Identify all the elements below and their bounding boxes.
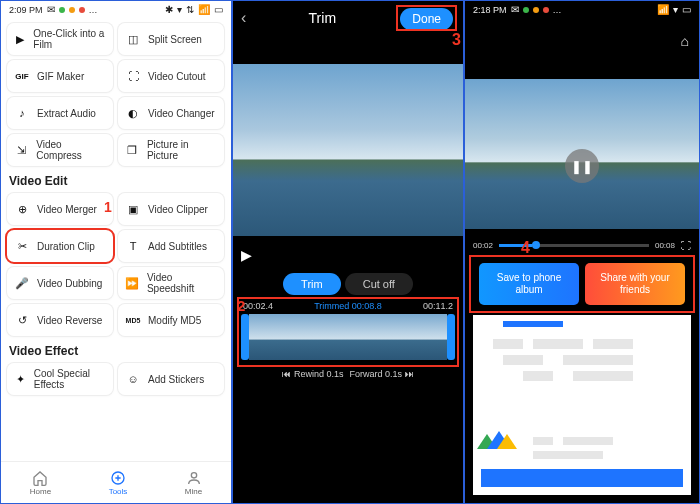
tool-add-stickers[interactable]: ☺ Add Stickers (118, 363, 224, 395)
battery-icon: ▭ (214, 5, 223, 15)
trim-handle-left[interactable] (241, 314, 249, 360)
tool-add-subtitles[interactable]: T Add Subtitles (118, 230, 224, 262)
back-button[interactable]: ‹ (241, 9, 246, 27)
md5-icon: MD5 (124, 311, 142, 329)
tool-label: Video Changer (148, 108, 215, 119)
annotation-4: 4 (521, 239, 530, 257)
subtitles-icon: T (124, 237, 142, 255)
tool-label: Cool Special Effects (34, 368, 107, 390)
rewind-button[interactable]: ⏮ Rewind 0.1s (282, 369, 344, 379)
time-current: 00:02 (473, 241, 493, 250)
tool-label: Split Screen (148, 34, 202, 45)
annotation-2-box: 00:02.4 Trimmed 00:08.8 00:11.2 (239, 299, 457, 365)
tool-label: Picture in Picture (147, 139, 218, 161)
thumb (348, 314, 398, 360)
status-bar: 2:18 PM ✉ … 📶 ▾ ▭ (465, 1, 699, 19)
tool-modify-md5[interactable]: MD5 Modify MD5 (118, 304, 224, 336)
tool-video-compress[interactable]: ⇲ Video Compress (7, 134, 113, 166)
tool-gif-maker[interactable]: GIF GIF Maker (7, 60, 113, 92)
user-icon (186, 470, 202, 486)
scissors-icon: ✂ (13, 237, 31, 255)
nav-tools[interactable]: Tools (109, 470, 128, 496)
thumb (398, 314, 448, 360)
trim-header: ‹ Trim Done 3 (233, 1, 463, 35)
wifi-icon: ▾ (177, 5, 182, 15)
dot-icon (69, 7, 75, 13)
annotation-4-box: 4 Save to phone album Share with your fr… (471, 257, 693, 311)
progress-row: 00:02 00:08 ⛶ (473, 240, 691, 251)
tool-video-speedshift[interactable]: ⏩ Video Speedshift (118, 267, 224, 299)
gif-icon: GIF (13, 67, 31, 85)
tool-extract-audio[interactable]: ♪ Extract Audio (7, 97, 113, 129)
tool-video-cutout[interactable]: ⛶ Video Cutout (118, 60, 224, 92)
tool-one-click-film[interactable]: ▶ One-Click into a Film (7, 23, 113, 55)
seek-handle[interactable] (532, 241, 540, 249)
tools-scroll[interactable]: ▶ One-Click into a Film ◫ Split Screen G… (1, 19, 231, 461)
forward-label: Forward 0.1s (350, 369, 403, 379)
annotation-3-box: Done 3 (398, 7, 455, 29)
video-frame (233, 64, 463, 236)
tool-video-merger[interactable]: ⊕ Video Merger (7, 193, 113, 225)
compress-icon: ⇲ (13, 141, 30, 159)
mode-tabs: Trim Cut off (233, 273, 463, 295)
tool-label: Video Merger (37, 204, 97, 215)
dot-icon (533, 7, 539, 13)
tool-label: Video Clipper (148, 204, 208, 215)
panel-tools: 2:09 PM ✉ … ✱ ▾ ⇅ 📶 ▭ ▶ One-Click into a… (1, 1, 233, 503)
video-preview[interactable]: ▶ (233, 35, 463, 265)
tool-label: Extract Audio (37, 108, 96, 119)
time-start: 00:02.4 (243, 301, 273, 311)
tool-video-dubbing[interactable]: 🎤 Video Dubbing (7, 267, 113, 299)
pause-button[interactable]: ❚❚ (565, 149, 599, 183)
merger-icon: ⊕ (13, 200, 31, 218)
notif-icon: ✉ (511, 5, 519, 15)
film-icon: ▶ (13, 30, 27, 48)
timeline: 2 00:02.4 Trimmed 00:08.8 00:11.2 ⏮ Rewi… (233, 299, 463, 379)
tool-video-reverse[interactable]: ↺ Video Reverse (7, 304, 113, 336)
share-sheet[interactable] (473, 315, 691, 495)
sticker-icon: ☺ (124, 370, 142, 388)
play-button[interactable]: ▶ (241, 247, 252, 263)
tool-picture-in-picture[interactable]: ❐ Picture in Picture (118, 134, 224, 166)
home-icon (32, 470, 48, 486)
thumb (299, 314, 349, 360)
save-to-album-button[interactable]: Save to phone album (479, 263, 579, 305)
share-with-friends-button[interactable]: Share with your friends (585, 263, 685, 305)
tool-duration-clip[interactable]: ✂ Duration Clip (7, 230, 113, 262)
signal-icon: 📶 (198, 5, 210, 15)
changer-icon: ◐ (124, 104, 142, 122)
bottom-nav: Home Tools Mine (1, 461, 231, 503)
notif-icon: ✉ (47, 5, 55, 15)
dot-icon (79, 7, 85, 13)
video-player[interactable]: ⌂ ❚❚ 00:02 00:08 ⛶ (465, 19, 699, 257)
mode-cutoff[interactable]: Cut off (345, 273, 413, 295)
cutout-icon: ⛶ (124, 67, 142, 85)
trim-handle-right[interactable] (447, 314, 455, 360)
data-icon: ⇅ (186, 5, 194, 15)
mode-trim[interactable]: Trim (283, 273, 341, 295)
tool-video-changer[interactable]: ◐ Video Changer (118, 97, 224, 129)
tool-label: Duration Clip (37, 241, 95, 252)
nav-label: Home (30, 487, 51, 496)
signal-icon: 📶 (657, 5, 669, 15)
fullscreen-icon[interactable]: ⛶ (681, 240, 691, 251)
tool-label: Video Compress (36, 139, 107, 161)
tool-label: Video Dubbing (37, 278, 102, 289)
tool-video-clipper[interactable]: ▣ Video Clipper 1 (118, 193, 224, 225)
tool-cool-effects[interactable]: ✦ Cool Special Effects (7, 363, 113, 395)
done-button[interactable]: Done (400, 8, 453, 30)
forward-button[interactable]: Forward 0.1s ⏭ (350, 369, 415, 379)
timeline-thumbs[interactable] (241, 314, 455, 360)
tool-label: Video Cutout (148, 71, 206, 82)
nav-home[interactable]: Home (30, 470, 51, 496)
split-icon: ◫ (124, 30, 142, 48)
section-video-edit: Video Edit (9, 174, 223, 188)
more-icon: … (553, 5, 562, 15)
nav-mine[interactable]: Mine (185, 470, 202, 496)
tool-label: GIF Maker (37, 71, 84, 82)
home-icon[interactable]: ⌂ (681, 33, 689, 49)
tool-split-screen[interactable]: ◫ Split Screen (118, 23, 224, 55)
tool-label: Video Reverse (37, 315, 102, 326)
thumb (249, 314, 299, 360)
svg-point-1 (191, 472, 196, 477)
